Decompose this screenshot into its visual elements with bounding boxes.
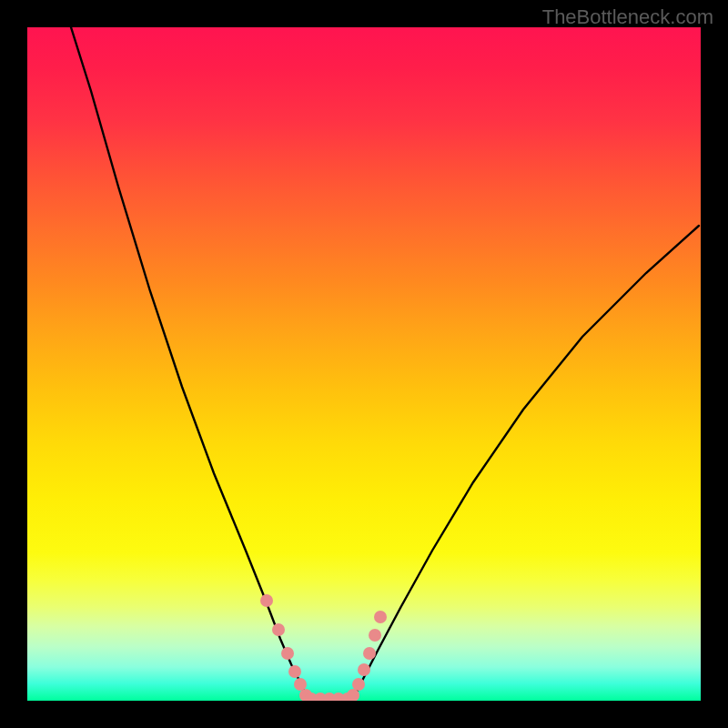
line-paths [71,27,699,700]
watermark-text: TheBottleneck.com [542,5,713,29]
chart-svg [27,27,701,701]
marker-dots [260,594,387,701]
series-right-curve [353,226,699,699]
marker-dot [363,647,376,660]
plot-area [27,27,701,701]
marker-dot [294,678,307,691]
marker-dot [369,629,381,642]
marker-dot [281,647,294,660]
marker-dot [352,678,365,691]
marker-dot [260,594,273,607]
marker-dot [358,663,370,676]
marker-dot [288,665,301,678]
marker-dot [272,623,285,636]
marker-dot [374,611,387,623]
